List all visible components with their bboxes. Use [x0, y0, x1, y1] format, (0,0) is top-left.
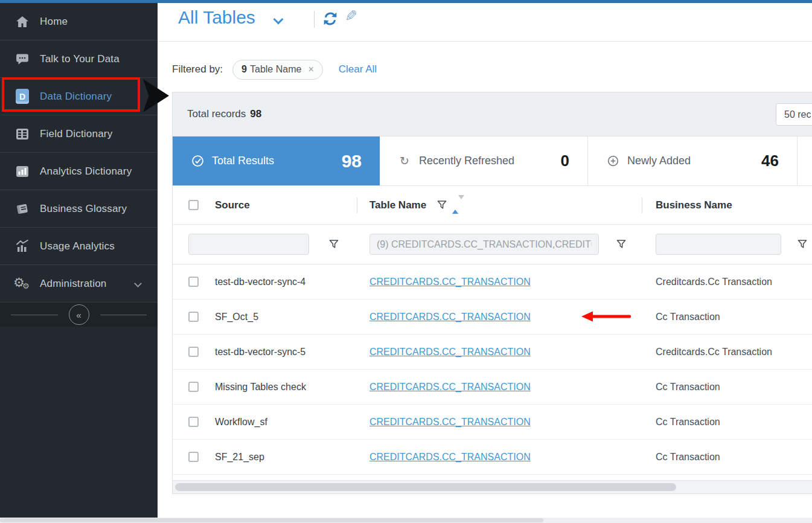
table-name-filter-funnel[interactable]: [616, 240, 626, 251]
cell-source: test-db-vector-sync-4: [215, 277, 305, 287]
sidebar-item-usage-analytics[interactable]: Usage Analytics: [0, 228, 158, 265]
edit-pencil-button[interactable]: ✎: [345, 7, 357, 25]
sidebar-item-label: Business Glossary: [40, 203, 127, 215]
cell-table-name-link[interactable]: CREDITCARDS.CC_TRANSACTION: [369, 417, 531, 428]
sidebar-item-label: Usage Analytics: [40, 240, 115, 252]
annotation-red-arrow: [581, 311, 632, 324]
cell-source: test-db-vector-sync-5: [215, 347, 305, 358]
cell-table-name-link[interactable]: CREDITCARDS.CC_TRANSACTION: [369, 277, 531, 287]
cell-source: Workflow_sf: [215, 417, 267, 428]
total-records-count: 98: [250, 108, 261, 120]
business-name-filter-funnel[interactable]: [798, 240, 807, 251]
result-tabs: Total Results 98 ↻ Recently Refreshed 0 …: [173, 136, 812, 186]
chevron-down-icon[interactable]: [273, 14, 284, 25]
chevron-down-icon: [134, 280, 142, 287]
row-checkbox[interactable]: [188, 382, 199, 392]
filter-chip-table-name[interactable]: 9 Table Name ×: [232, 60, 323, 80]
cell-table-name-link[interactable]: CREDITCARDS.CC_TRANSACTION: [369, 312, 531, 322]
table-header-row: Source Table Name Business Name: [173, 186, 812, 225]
total-records-label: Total records: [187, 108, 246, 120]
cell-business-name: Cc Transaction: [656, 417, 720, 428]
divider: [357, 197, 357, 213]
filtered-by-label: Filtered by:: [172, 63, 223, 75]
sidebar-collapse-strip: «: [0, 303, 158, 327]
column-header-source: Source: [215, 199, 250, 211]
filter-chip-label: Table Name: [250, 64, 301, 75]
filter-chip-count: 9: [241, 64, 247, 75]
source-filter-funnel[interactable]: [329, 240, 339, 251]
tab-count: 0: [561, 152, 569, 170]
field-dictionary-icon: [14, 126, 30, 142]
divider: [100, 315, 147, 315]
cell-business-name: Cc Transaction: [656, 312, 720, 322]
tab-recently-refreshed[interactable]: ↻ Recently Refreshed 0: [380, 136, 588, 185]
scrollbar-thumb[interactable]: [0, 518, 543, 522]
tab-label: Recently Refreshed: [419, 155, 514, 167]
analytics-dictionary-icon: [14, 164, 30, 179]
sort-icon[interactable]: [452, 199, 464, 210]
sidebar-item-label: Field Dictionary: [40, 128, 112, 140]
table-row: Missing Tables check CREDITCARDS.CC_TRAN…: [173, 370, 812, 405]
tab-label: Total Results: [212, 155, 274, 167]
sidebar-item-home[interactable]: Home: [0, 3, 158, 40]
sidebar-item-label: Talk to Your Data: [40, 53, 120, 65]
sidebar-item-business-glossary[interactable]: Business Glossary: [0, 190, 158, 228]
cell-table-name-link[interactable]: CREDITCARDS.CC_TRANSACTION: [369, 347, 531, 358]
table-row: SF_Oct_5 CREDITCARDS.CC_TRANSACTION Cc T…: [173, 300, 812, 335]
app-window: Home Talk to Your Data D Data Dictionary: [0, 0, 812, 523]
column-header-table-name[interactable]: Table Name: [369, 199, 426, 211]
row-checkbox[interactable]: [188, 417, 199, 427]
sidebar-item-label: Analytics Dictionary: [40, 165, 132, 178]
sidebar-item-analytics-dictionary[interactable]: Analytics Dictionary: [0, 153, 158, 190]
collapse-icon: «: [76, 310, 81, 320]
tab-count: 46: [761, 152, 779, 170]
cell-table-name-link[interactable]: CREDITCARDS.CC_TRANSACTION: [369, 382, 531, 393]
scrollbar-thumb[interactable]: [175, 483, 676, 491]
business-name-filter-input[interactable]: [656, 234, 781, 255]
tab-total-results[interactable]: Total Results 98: [173, 136, 380, 185]
clear-all-link[interactable]: Clear All: [339, 63, 377, 75]
cell-source: Missing Tables check: [215, 382, 306, 393]
chip-close-icon[interactable]: ×: [308, 64, 313, 75]
sidebar-item-field-dictionary[interactable]: Field Dictionary: [0, 115, 158, 153]
tab-count: 98: [342, 151, 362, 172]
divider: [314, 11, 315, 28]
home-icon: [14, 14, 30, 30]
table-name-filter-icon[interactable]: [437, 201, 447, 211]
sidebar-item-administration[interactable]: ⚙⚙ Administration: [0, 265, 158, 303]
usage-analytics-icon: [14, 239, 30, 254]
page-title-dropdown[interactable]: All Tables: [178, 7, 255, 28]
source-filter-input[interactable]: [188, 234, 309, 255]
table-name-filter-input[interactable]: [369, 234, 599, 255]
refresh-button[interactable]: [322, 11, 338, 27]
business-glossary-icon: [14, 201, 30, 217]
select-all-checkbox[interactable]: [188, 200, 199, 210]
row-checkbox[interactable]: [188, 452, 199, 462]
gears-icon: ⚙⚙: [14, 276, 30, 292]
results-card: Total records 98 50 rec Total Results 98…: [172, 92, 812, 494]
tab-newly-added[interactable]: Newly Added 46: [588, 136, 798, 185]
table-row: SF_21_sep CREDITCARDS.CC_TRANSACTION Cc …: [173, 440, 812, 475]
page-size-select[interactable]: 50 rec: [776, 103, 812, 126]
row-checkbox[interactable]: [188, 277, 199, 287]
row-checkbox[interactable]: [188, 347, 199, 357]
filtered-by-bar: Filtered by: 9 Table Name × Clear All: [172, 59, 377, 80]
tab-label: Newly Added: [627, 155, 691, 167]
table-row: test-db-vector-sync-5 CREDITCARDS.CC_TRA…: [173, 335, 812, 370]
table-row: test-db-vector-sync-4 CREDITCARDS.CC_TRA…: [173, 265, 812, 300]
cell-table-name-link[interactable]: CREDITCARDS.CC_TRANSACTION: [369, 452, 531, 463]
plus-circle-icon: [606, 155, 619, 167]
page-horizontal-scrollbar[interactable]: [0, 518, 812, 523]
sidebar-item-talk-to-your-data[interactable]: Talk to Your Data: [0, 40, 158, 78]
divider: [642, 197, 642, 213]
column-header-business-name: Business Name: [656, 199, 732, 211]
sidebar-collapse-button[interactable]: «: [69, 304, 89, 325]
cell-business-name: Cc Transaction: [656, 382, 720, 393]
row-checkbox[interactable]: [188, 312, 199, 322]
page-size-value: 50 rec: [784, 109, 811, 120]
table-horizontal-scrollbar[interactable]: [173, 480, 812, 493]
chat-icon: [14, 51, 30, 67]
sidebar-item-label: Administration: [40, 278, 107, 290]
table-row: Workflow_sf CREDITCARDS.CC_TRANSACTION C…: [173, 405, 812, 440]
divider: [158, 41, 812, 42]
